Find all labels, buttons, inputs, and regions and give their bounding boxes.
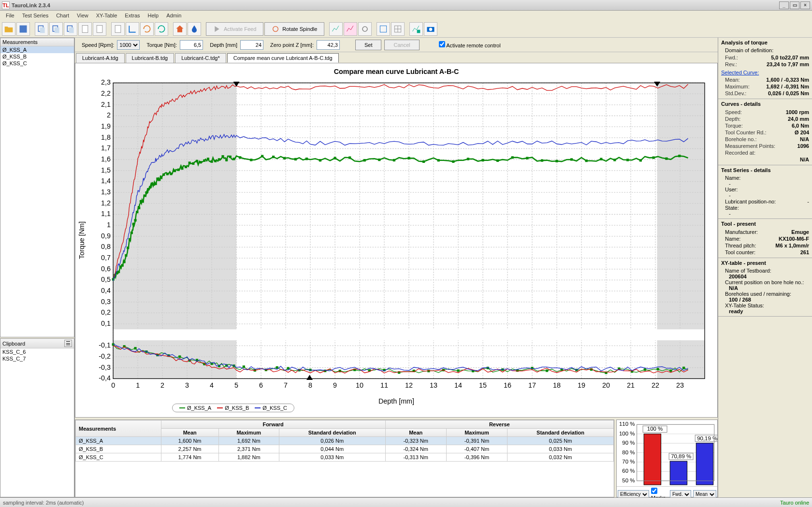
gear-icon[interactable]	[358, 22, 372, 36]
marks-checkbox[interactable]: Marks	[651, 488, 668, 497]
svg-rect-4	[55, 27, 59, 33]
svg-rect-202	[678, 155, 681, 157]
svg-rect-190	[511, 156, 514, 159]
fwd-select[interactable]: Fwd.	[670, 490, 691, 497]
refresh-icon[interactable]	[140, 22, 154, 36]
efficiency-select[interactable]: Efficiency	[618, 490, 649, 497]
menu-test series[interactable]: Test Series	[18, 12, 52, 19]
speed-select[interactable]: 1000	[117, 40, 140, 50]
save-icon[interactable]	[16, 22, 30, 36]
cancel-button[interactable]: Cancel	[384, 40, 419, 50]
svg-rect-153	[174, 170, 176, 172]
svg-text:1,6: 1,6	[101, 155, 111, 163]
zero-input[interactable]	[317, 40, 340, 50]
svg-rect-131	[127, 246, 129, 249]
svg-text:-0,4: -0,4	[99, 374, 111, 382]
svg-text:0,1: 0,1	[101, 319, 111, 327]
maximize-button[interactable]: ▭	[790, 1, 799, 9]
activate-feed-button[interactable]: Activate Feed	[206, 22, 263, 36]
torque-input[interactable]	[180, 40, 203, 50]
svg-text:Torque [Nm]: Torque [Nm]	[78, 221, 86, 259]
home-icon[interactable]	[173, 22, 187, 36]
svg-rect-2	[40, 27, 45, 33]
svg-rect-267	[644, 434, 661, 485]
measurement-item[interactable]: Ø_KSS_B	[0, 53, 74, 60]
svg-rect-146	[154, 183, 157, 185]
selected-curve-link[interactable]: Selected Curve:	[721, 70, 809, 75]
clipboard-list[interactable]: KSS_C_6KSS_C_7	[0, 348, 74, 362]
copy2-icon[interactable]	[49, 22, 63, 36]
svg-rect-182	[393, 159, 395, 161]
titlebar: TL TauroLink 2.3.4 _ ▭ ×	[0, 0, 812, 11]
svg-text:1: 1	[136, 381, 140, 389]
clipboard-item[interactable]: KSS_C_6	[0, 348, 74, 355]
axes-icon[interactable]	[126, 22, 139, 36]
clipboard-menu-icon[interactable]: ☰	[64, 340, 72, 347]
svg-rect-186	[452, 160, 454, 163]
grid-icon[interactable]	[391, 22, 405, 36]
chart2-icon[interactable]	[344, 22, 357, 36]
svg-rect-169	[232, 158, 235, 160]
svg-text:16: 16	[504, 381, 511, 389]
depth-input[interactable]	[240, 40, 263, 50]
svg-text:1,2: 1,2	[101, 199, 111, 207]
refresh2-icon[interactable]	[155, 22, 168, 36]
minimize-button[interactable]: _	[779, 1, 789, 9]
svg-rect-136	[136, 211, 138, 213]
svg-rect-247	[656, 368, 659, 370]
svg-text:1,4: 1,4	[101, 177, 111, 185]
svg-text:50 %: 50 %	[622, 478, 635, 483]
svg-rect-270	[670, 461, 687, 485]
clipboard-item[interactable]: KSS_C_7	[0, 355, 74, 362]
rotate-spindle-button[interactable]: Rotate Spindle	[264, 22, 324, 36]
svg-rect-175	[294, 158, 297, 160]
remote-checkbox[interactable]: Activate remote control	[439, 41, 501, 48]
svg-text:0,3: 0,3	[101, 298, 111, 305]
doc1-icon[interactable]	[78, 22, 92, 36]
drop-icon[interactable]	[188, 22, 201, 36]
chart1-icon[interactable]	[329, 22, 343, 36]
camera-icon[interactable]	[424, 22, 437, 36]
tab[interactable]: Lubricant-C.tdg*	[175, 53, 226, 63]
svg-rect-12	[380, 26, 387, 32]
menu-admin[interactable]: Admin	[162, 12, 185, 19]
measurement-item[interactable]: Ø_KSS_C	[0, 60, 74, 67]
menu-file[interactable]: File	[2, 12, 18, 19]
doc2-icon[interactable]	[93, 22, 106, 36]
doc3-icon[interactable]	[111, 22, 125, 36]
menu-xy-table[interactable]: XY-Table	[92, 12, 121, 19]
bar-chart-panel: 110 %100 %90 %80 %70 %60 %50 %100 %70,89…	[616, 420, 718, 497]
menu-chart[interactable]: Chart	[52, 12, 73, 19]
svg-rect-191	[526, 157, 528, 159]
svg-rect-192	[541, 159, 543, 161]
tab[interactable]: Compare mean curve Lubricant A-B-C.tdg	[227, 53, 339, 63]
svg-text:0,9: 0,9	[101, 232, 111, 240]
menu-help[interactable]: Help	[144, 12, 163, 19]
chart-area[interactable]: 01234567891011121314151617181920212223-0…	[75, 63, 718, 418]
svg-text:2: 2	[160, 381, 164, 389]
open-icon[interactable]	[2, 22, 15, 36]
measurement-item[interactable]: Ø_KSS_A	[0, 46, 74, 53]
svg-text:14: 14	[454, 381, 462, 389]
svg-text:2,1: 2,1	[101, 101, 111, 108]
copy3-icon[interactable]	[64, 22, 77, 36]
set-button[interactable]: Set	[355, 40, 382, 50]
svg-rect-161	[203, 159, 205, 162]
copy-icon[interactable]	[35, 22, 48, 36]
tab[interactable]: Lubricant-A.tdg	[76, 53, 125, 63]
menu-view[interactable]: View	[73, 12, 92, 19]
close-button[interactable]: ×	[800, 1, 810, 9]
results-table: MeasurementsForwardReverseMeanMaximumSta…	[75, 420, 614, 497]
svg-rect-164	[214, 159, 217, 162]
measurements-list[interactable]: Ø_KSS_AØ_KSS_BØ_KSS_C	[0, 46, 74, 67]
svg-text:6: 6	[259, 381, 263, 389]
speed-label: Speed [Rpm]:	[82, 42, 114, 48]
export-icon[interactable]	[409, 22, 423, 36]
layout1-icon[interactable]	[377, 22, 390, 36]
tab[interactable]: Lubricant-B.tdg	[126, 53, 174, 63]
svg-text:9: 9	[333, 381, 337, 389]
svg-rect-173	[272, 156, 275, 158]
mean-select[interactable]: Mean	[693, 490, 716, 497]
svg-rect-162	[207, 158, 209, 160]
menu-extras[interactable]: Extras	[121, 12, 144, 19]
